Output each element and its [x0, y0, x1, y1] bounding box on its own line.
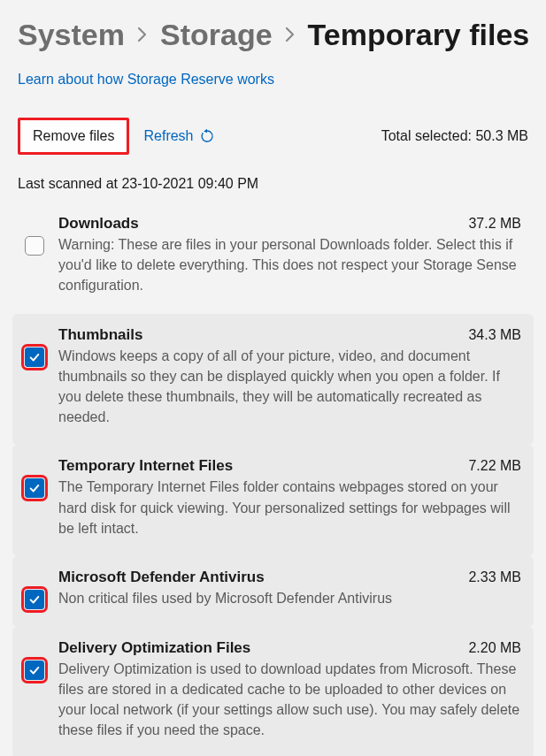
item-description: Windows keeps a copy of all of your pict…: [58, 346, 525, 428]
item-size: 37.2 MB: [468, 216, 525, 232]
check-icon: [28, 482, 41, 494]
item-size: 7.22 MB: [468, 458, 525, 474]
action-row: Remove files Refresh Total selected: 50.…: [18, 118, 528, 155]
item-title: Thumbnails: [58, 326, 468, 344]
item-description: Warning: These are files in your persona…: [58, 234, 525, 296]
breadcrumb-storage[interactable]: Storage: [160, 18, 273, 52]
remove-files-button[interactable]: Remove files: [18, 118, 129, 155]
refresh-label: Refresh: [143, 128, 193, 144]
item-size: 2.20 MB: [468, 640, 525, 656]
refresh-icon: [199, 128, 215, 144]
refresh-button[interactable]: Refresh: [143, 128, 214, 144]
list-item: Downloads37.2 MBWarning: These are files…: [12, 202, 534, 314]
last-scanned-label: Last scanned at 23-10-2021 09:40 PM: [18, 176, 528, 192]
item-title: Temporary Internet Files: [58, 457, 468, 475]
item-checkbox[interactable]: [25, 236, 44, 256]
check-icon: [28, 351, 41, 363]
item-checkbox[interactable]: [25, 661, 44, 680]
temporary-files-list: Downloads37.2 MBWarning: These are files…: [12, 202, 534, 756]
chevron-right-icon: [137, 25, 148, 48]
item-size: 2.33 MB: [468, 569, 525, 585]
check-icon: [28, 664, 41, 676]
breadcrumb-system[interactable]: System: [18, 18, 125, 52]
breadcrumb: System Storage Temporary files: [18, 18, 528, 52]
item-title: Downloads: [58, 215, 468, 233]
list-item: Thumbnails34.3 MBWindows keeps a copy of…: [12, 314, 534, 446]
item-checkbox[interactable]: [25, 590, 44, 609]
item-checkbox[interactable]: [25, 347, 44, 367]
check-icon: [28, 593, 41, 606]
item-description: Non critical files used by Microsoft Def…: [58, 588, 525, 608]
item-description: Delivery Optimization is used to downloa…: [58, 659, 525, 741]
chevron-right-icon: [285, 25, 296, 48]
total-selected-label: Total selected: 50.3 MB: [381, 128, 528, 144]
list-item: Temporary Internet Files7.22 MBThe Tempo…: [12, 445, 534, 556]
item-size: 34.3 MB: [468, 327, 525, 343]
item-title: Delivery Optimization Files: [58, 639, 468, 657]
list-item: Microsoft Defender Antivirus2.33 MBNon c…: [12, 556, 534, 627]
item-title: Microsoft Defender Antivirus: [58, 569, 468, 586]
learn-storage-reserve-link[interactable]: Learn about how Storage Reserve works: [18, 72, 274, 88]
item-description: The Temporary Internet Files folder cont…: [58, 477, 525, 538]
breadcrumb-current: Temporary files: [308, 18, 530, 52]
list-item: Delivery Optimization Files2.20 MBDelive…: [12, 627, 534, 756]
item-checkbox[interactable]: [25, 478, 44, 498]
